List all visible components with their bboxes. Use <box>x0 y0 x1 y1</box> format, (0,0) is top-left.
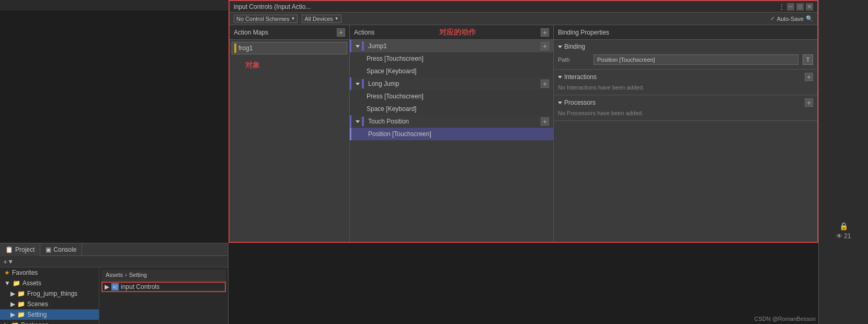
close-button[interactable]: ✕ <box>806 3 813 10</box>
binding-section-title: Binding <box>564 43 585 50</box>
titlebar-dots[interactable]: ⋮ <box>779 3 785 10</box>
binding-item-space-keyboard-2[interactable]: Space [Keyboard] <box>350 103 553 115</box>
action-bar-icon <box>362 117 364 126</box>
console-tab-label: Console <box>53 246 76 253</box>
add-action-map-button[interactable]: + <box>337 28 345 37</box>
assets-content-area: Assets › Setting ▶ IC input Controls <box>99 267 228 324</box>
binding-props-header: Binding Properties <box>554 25 817 40</box>
favorites-item[interactable]: ★ Favorites <box>0 267 99 278</box>
tree-item-packages[interactable]: ▶ 📁 Packages <box>0 320 99 324</box>
processors-section: Processors + No Processors have been add… <box>554 95 817 121</box>
processors-title: Processors <box>558 99 596 106</box>
action-item-long-jump[interactable]: Long Jump + <box>350 77 553 90</box>
actions-header: Actions 对应的动作 + <box>350 25 553 40</box>
tab-console[interactable]: ▣ Console <box>40 243 82 256</box>
folder-icon: 📁 <box>17 300 25 308</box>
add-processor-button[interactable]: + <box>805 98 813 107</box>
actions-title: Actions <box>354 29 374 36</box>
action-item-touch-position[interactable]: Touch Position + <box>350 115 553 128</box>
star-icon: ★ <box>4 269 10 276</box>
triangle-right-icon: ▶ <box>10 290 15 297</box>
control-schemes-dropdown[interactable]: No Control Schemes ▼ <box>234 15 298 23</box>
folder-icon: 📁 <box>13 280 20 287</box>
processors-header: Processors + <box>558 98 813 107</box>
console-icon: ▣ <box>45 246 51 253</box>
asset-file-icon: IC <box>111 283 119 291</box>
binding-item-press-touchscreen-1[interactable]: Press [Touchscreen] <box>350 52 553 65</box>
auto-save-label: Auto-Save <box>777 16 804 22</box>
titlebar-buttons: ⋮ ─ □ ✕ <box>779 3 813 10</box>
action-bar-icon <box>362 41 364 51</box>
action-maps-title: Action Maps <box>234 29 268 36</box>
tree-label: Packages <box>21 321 49 324</box>
right-panel-controls: 🔒 👁 21 <box>819 220 868 242</box>
file-item-input-controls[interactable]: ▶ IC input Controls <box>101 282 226 292</box>
action-maps-content: 对象 <box>230 40 349 242</box>
auto-save-section: ✓ Auto-Save 🔍 <box>770 15 813 22</box>
add-binding-jump1-button[interactable]: + <box>541 42 549 50</box>
actions-list: Jump1 + Press [Touchscreen] Space [Keybo… <box>350 40 553 140</box>
no-interactions-text: No Interactions have been added. <box>558 83 813 92</box>
action-bar-icon <box>362 79 364 88</box>
action-map-item-frog1[interactable] <box>232 42 347 54</box>
triangle-right-icon: ▶ <box>10 300 15 308</box>
expand-icon <box>356 45 360 48</box>
path-value[interactable]: Position [Touchscreen] <box>593 54 798 65</box>
breadcrumb-setting: Setting <box>129 272 147 278</box>
lock-icon[interactable]: 🔒 <box>839 222 848 230</box>
binding-name: Space [Keyboard] <box>367 105 416 113</box>
binding-name: Position [Touchscreen] <box>368 130 431 138</box>
maximize-button[interactable]: □ <box>796 3 804 10</box>
breadcrumb-assets: Assets <box>106 272 123 278</box>
add-interaction-button[interactable]: + <box>805 73 813 81</box>
binding-name: Press [Touchscreen] <box>367 55 424 62</box>
add-binding-longjump-button[interactable]: + <box>541 80 549 88</box>
triangle-down-icon: ▼ <box>4 280 10 287</box>
tree-label: Frog_jump_things <box>27 290 77 297</box>
triangle-right-icon: ▶ <box>10 311 15 318</box>
add-action-button[interactable]: + <box>541 28 549 37</box>
project-add-icon[interactable]: + <box>3 258 7 266</box>
tree-item-setting[interactable]: ▶ 📁 Setting <box>0 309 99 320</box>
project-content-area: ★ Favorites ▼ 📁 Assets ▶ 📁 Frog_jump_thi… <box>0 267 228 324</box>
action-name: Long Jump <box>368 80 399 87</box>
chevron-down-icon: ▼ <box>335 16 339 21</box>
expand-icon <box>356 120 360 123</box>
window-titlebar: input Controls (Input Actio... ⋮ ─ □ ✕ <box>230 1 817 13</box>
breadcrumb-separator: › <box>125 272 127 278</box>
folder-icon: 📁 <box>17 311 25 318</box>
add-binding-touchpos-button[interactable]: + <box>541 117 549 126</box>
expand-icon <box>356 83 360 85</box>
binding-name: Press [Touchscreen] <box>367 93 424 100</box>
tab-project[interactable]: 📋 Project <box>0 243 40 256</box>
binding-path-row: Path Position [Touchscreen] T <box>558 53 813 66</box>
project-menu-icon[interactable]: ▼ <box>7 258 14 265</box>
tree-label: Scenes <box>27 300 48 308</box>
tree-item-scenes[interactable]: ▶ 📁 Scenes <box>0 299 99 309</box>
path-t-button[interactable]: T <box>803 54 813 65</box>
auto-save-checkmark: ✓ <box>770 15 775 22</box>
minimize-button[interactable]: ─ <box>787 3 794 10</box>
tree-label: Setting <box>27 311 47 318</box>
tree-item-assets[interactable]: ▼ 📁 Assets <box>0 278 99 288</box>
right-inspector-panel: 🔒 👁 21 <box>818 0 868 324</box>
annotation-action: 对应的动作 <box>435 26 480 39</box>
all-devices-dropdown[interactable]: All Devices ▼ <box>302 15 341 23</box>
triangle-right-icon: ▶ <box>4 321 9 324</box>
action-maps-panel: Action Maps + 对象 <box>230 25 350 242</box>
action-item-jump1[interactable]: Jump1 + <box>350 40 553 52</box>
actions-panel: Actions 对应的动作 + Jump1 + Press [Touchscre… <box>350 25 554 242</box>
eye-icon[interactable]: 👁 21 <box>836 232 851 240</box>
binding-item-press-touchscreen-2[interactable]: Press [Touchscreen] <box>350 90 553 103</box>
action-map-name-input[interactable] <box>238 44 345 52</box>
path-label: Path <box>558 57 589 63</box>
search-icon[interactable]: 🔍 <box>806 15 813 22</box>
binding-item-space-keyboard-1[interactable]: Space [Keyboard] <box>350 65 553 77</box>
annotation-object: 对象 <box>245 61 260 70</box>
binding-section-header: Binding <box>558 43 813 50</box>
binding-item-position-touchscreen[interactable]: Position [Touchscreen] <box>350 128 553 140</box>
breadcrumb: Assets › Setting <box>101 270 226 281</box>
tree-item-frog-jump-things[interactable]: ▶ 📁 Frog_jump_things <box>0 288 99 299</box>
project-icon: 📋 <box>5 246 13 253</box>
action-name: Touch Position <box>368 118 409 125</box>
